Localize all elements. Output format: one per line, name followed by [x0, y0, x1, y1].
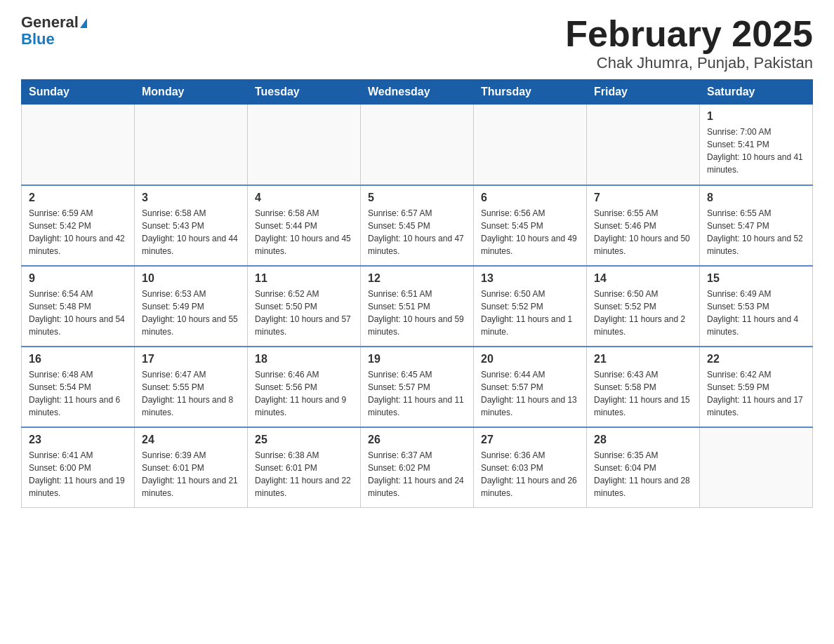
calendar-cell: 7Sunrise: 6:55 AM Sunset: 5:46 PM Daylig… — [587, 185, 700, 266]
calendar-cell: 21Sunrise: 6:43 AM Sunset: 5:58 PM Dayli… — [587, 347, 700, 427]
page-title: February 2025 — [565, 14, 813, 54]
day-info: Sunrise: 6:43 AM Sunset: 5:58 PM Dayligh… — [594, 368, 692, 419]
day-number: 5 — [368, 192, 466, 204]
calendar-week-5: 23Sunrise: 6:41 AM Sunset: 6:00 PM Dayli… — [22, 427, 813, 508]
day-number: 1 — [707, 110, 805, 123]
calendar-cell: 22Sunrise: 6:42 AM Sunset: 5:59 PM Dayli… — [700, 347, 813, 427]
logo-blue-text: Blue — [21, 30, 55, 48]
logo: General Blue — [21, 14, 87, 48]
day-number: 6 — [481, 192, 579, 204]
day-number: 26 — [368, 434, 466, 446]
day-info: Sunrise: 6:51 AM Sunset: 5:51 PM Dayligh… — [368, 288, 466, 338]
calendar-header: SundayMondayTuesdayWednesdayThursdayFrid… — [22, 80, 813, 105]
day-number: 18 — [255, 353, 353, 365]
day-info: Sunrise: 6:39 AM Sunset: 6:01 PM Dayligh… — [142, 449, 240, 499]
day-info: Sunrise: 6:58 AM Sunset: 5:43 PM Dayligh… — [142, 207, 240, 257]
column-header-friday: Friday — [587, 80, 700, 105]
day-number: 20 — [481, 353, 579, 365]
logo-general-text: General — [21, 13, 79, 31]
day-info: Sunrise: 6:44 AM Sunset: 5:57 PM Dayligh… — [481, 368, 579, 419]
calendar-cell: 1Sunrise: 7:00 AM Sunset: 5:41 PM Daylig… — [700, 105, 813, 185]
calendar-cell: 11Sunrise: 6:52 AM Sunset: 5:50 PM Dayli… — [248, 266, 361, 347]
calendar-cell: 5Sunrise: 6:57 AM Sunset: 5:45 PM Daylig… — [361, 185, 474, 266]
day-info: Sunrise: 6:35 AM Sunset: 6:04 PM Dayligh… — [594, 449, 692, 499]
calendar-cell: 6Sunrise: 6:56 AM Sunset: 5:45 PM Daylig… — [474, 185, 587, 266]
calendar-cell — [135, 105, 248, 185]
day-number: 27 — [481, 434, 579, 446]
calendar-week-3: 9Sunrise: 6:54 AM Sunset: 5:48 PM Daylig… — [22, 266, 813, 347]
calendar-cell: 10Sunrise: 6:53 AM Sunset: 5:49 PM Dayli… — [135, 266, 248, 347]
calendar-cell — [248, 105, 361, 185]
day-info: Sunrise: 6:54 AM Sunset: 5:48 PM Dayligh… — [29, 288, 127, 338]
calendar-cell: 23Sunrise: 6:41 AM Sunset: 6:00 PM Dayli… — [22, 427, 135, 508]
calendar-cell — [22, 105, 135, 185]
day-info: Sunrise: 6:58 AM Sunset: 5:44 PM Dayligh… — [255, 207, 353, 257]
calendar-cell: 9Sunrise: 6:54 AM Sunset: 5:48 PM Daylig… — [22, 266, 135, 347]
calendar-cell: 27Sunrise: 6:36 AM Sunset: 6:03 PM Dayli… — [474, 427, 587, 508]
day-number: 22 — [707, 353, 805, 365]
calendar-week-1: 1Sunrise: 7:00 AM Sunset: 5:41 PM Daylig… — [22, 105, 813, 185]
calendar-cell: 24Sunrise: 6:39 AM Sunset: 6:01 PM Dayli… — [135, 427, 248, 508]
day-info: Sunrise: 6:38 AM Sunset: 6:01 PM Dayligh… — [255, 449, 353, 499]
header-row: SundayMondayTuesdayWednesdayThursdayFrid… — [22, 80, 813, 105]
day-info: Sunrise: 6:55 AM Sunset: 5:47 PM Dayligh… — [707, 207, 805, 257]
calendar-cell: 17Sunrise: 6:47 AM Sunset: 5:55 PM Dayli… — [135, 347, 248, 427]
day-number: 25 — [255, 434, 353, 446]
day-number: 2 — [29, 192, 127, 204]
calendar-cell: 28Sunrise: 6:35 AM Sunset: 6:04 PM Dayli… — [587, 427, 700, 508]
day-number: 14 — [594, 272, 692, 285]
day-info: Sunrise: 6:59 AM Sunset: 5:42 PM Dayligh… — [29, 207, 127, 257]
calendar-cell — [474, 105, 587, 185]
column-header-sunday: Sunday — [22, 80, 135, 105]
day-number: 19 — [368, 353, 466, 365]
day-info: Sunrise: 6:36 AM Sunset: 6:03 PM Dayligh… — [481, 449, 579, 499]
day-info: Sunrise: 6:57 AM Sunset: 5:45 PM Dayligh… — [368, 207, 466, 257]
column-header-thursday: Thursday — [474, 80, 587, 105]
day-number: 24 — [142, 434, 240, 446]
calendar-cell: 12Sunrise: 6:51 AM Sunset: 5:51 PM Dayli… — [361, 266, 474, 347]
day-number: 7 — [594, 192, 692, 204]
calendar-cell: 3Sunrise: 6:58 AM Sunset: 5:43 PM Daylig… — [135, 185, 248, 266]
day-number: 12 — [368, 272, 466, 285]
day-info: Sunrise: 7:00 AM Sunset: 5:41 PM Dayligh… — [707, 126, 805, 176]
day-number: 13 — [481, 272, 579, 285]
calendar-cell: 25Sunrise: 6:38 AM Sunset: 6:01 PM Dayli… — [248, 427, 361, 508]
day-info: Sunrise: 6:50 AM Sunset: 5:52 PM Dayligh… — [594, 288, 692, 338]
calendar-cell: 19Sunrise: 6:45 AM Sunset: 5:57 PM Dayli… — [361, 347, 474, 427]
title-block: February 2025 Chak Jhumra, Punjab, Pakis… — [565, 14, 813, 72]
day-info: Sunrise: 6:55 AM Sunset: 5:46 PM Dayligh… — [594, 207, 692, 257]
day-info: Sunrise: 6:47 AM Sunset: 5:55 PM Dayligh… — [142, 368, 240, 419]
day-info: Sunrise: 6:46 AM Sunset: 5:56 PM Dayligh… — [255, 368, 353, 419]
day-number: 8 — [707, 192, 805, 204]
day-number: 10 — [142, 272, 240, 285]
day-info: Sunrise: 6:42 AM Sunset: 5:59 PM Dayligh… — [707, 368, 805, 419]
calendar-table: SundayMondayTuesdayWednesdayThursdayFrid… — [21, 79, 813, 508]
day-number: 28 — [594, 434, 692, 446]
calendar-body: 1Sunrise: 7:00 AM Sunset: 5:41 PM Daylig… — [22, 105, 813, 508]
calendar-cell: 18Sunrise: 6:46 AM Sunset: 5:56 PM Dayli… — [248, 347, 361, 427]
calendar-cell: 20Sunrise: 6:44 AM Sunset: 5:57 PM Dayli… — [474, 347, 587, 427]
column-header-wednesday: Wednesday — [361, 80, 474, 105]
calendar-cell: 15Sunrise: 6:49 AM Sunset: 5:53 PM Dayli… — [700, 266, 813, 347]
calendar-cell: 26Sunrise: 6:37 AM Sunset: 6:02 PM Dayli… — [361, 427, 474, 508]
day-info: Sunrise: 6:52 AM Sunset: 5:50 PM Dayligh… — [255, 288, 353, 338]
day-number: 3 — [142, 192, 240, 204]
page-header: General Blue February 2025 Chak Jhumra, … — [21, 14, 813, 72]
day-number: 21 — [594, 353, 692, 365]
day-number: 17 — [142, 353, 240, 365]
calendar-week-4: 16Sunrise: 6:48 AM Sunset: 5:54 PM Dayli… — [22, 347, 813, 427]
day-info: Sunrise: 6:50 AM Sunset: 5:52 PM Dayligh… — [481, 288, 579, 338]
calendar-cell: 14Sunrise: 6:50 AM Sunset: 5:52 PM Dayli… — [587, 266, 700, 347]
day-info: Sunrise: 6:37 AM Sunset: 6:02 PM Dayligh… — [368, 449, 466, 499]
day-info: Sunrise: 6:41 AM Sunset: 6:00 PM Dayligh… — [29, 449, 127, 499]
calendar-cell: 16Sunrise: 6:48 AM Sunset: 5:54 PM Dayli… — [22, 347, 135, 427]
column-header-monday: Monday — [135, 80, 248, 105]
calendar-cell — [700, 427, 813, 508]
logo-triangle-icon — [80, 18, 87, 28]
day-number: 9 — [29, 272, 127, 285]
day-info: Sunrise: 6:56 AM Sunset: 5:45 PM Dayligh… — [481, 207, 579, 257]
calendar-cell: 8Sunrise: 6:55 AM Sunset: 5:47 PM Daylig… — [700, 185, 813, 266]
day-number: 16 — [29, 353, 127, 365]
column-header-saturday: Saturday — [700, 80, 813, 105]
calendar-cell: 4Sunrise: 6:58 AM Sunset: 5:44 PM Daylig… — [248, 185, 361, 266]
